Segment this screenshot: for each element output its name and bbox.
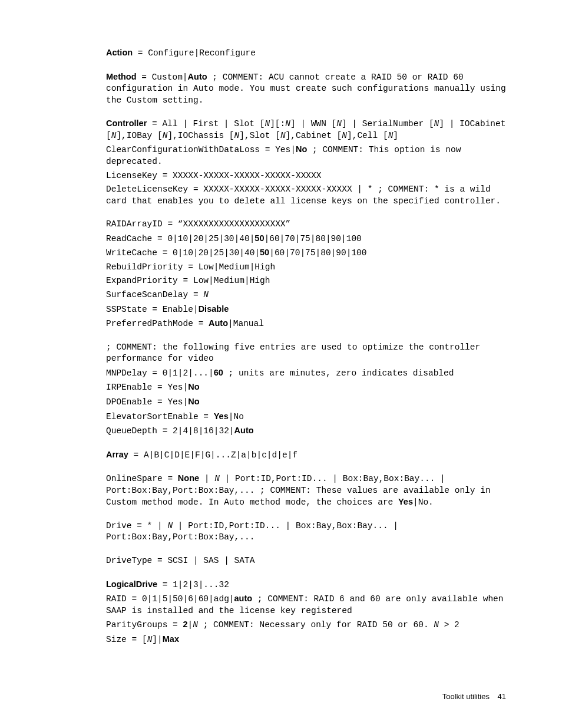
text-token: PreferredPathMode = — [106, 319, 209, 328]
bold-token: 50 — [260, 248, 269, 257]
text-token: = Configure|Reconfigure — [133, 48, 256, 58]
text-token: ElevatorSortEnable = — [106, 412, 214, 421]
bold-token: 2 — [183, 620, 188, 629]
text-token: RAID = 0|1|5|50|6|60|adg| — [106, 594, 234, 604]
italic-token: N — [265, 119, 270, 129]
text-token: DriveType = SCSI | SAS | SATA — [106, 556, 254, 565]
italic-token: N — [203, 290, 209, 299]
text-token: ClearConfigurationWithDataLoss = Yes| — [106, 145, 296, 154]
text-token: RebuildPriority = Low|Medium|High — [106, 262, 275, 272]
bold-token: auto — [234, 594, 253, 603]
config-line: Controller = All | First | Slot [N][:N] … — [106, 118, 506, 141]
document-body: Action = Configure|ReconfigureMethod = C… — [106, 47, 506, 645]
bold-token: Disable — [199, 304, 229, 314]
text-token: ][: — [270, 119, 285, 129]
text-token: SurfaceScanDelay = — [106, 290, 203, 299]
page-footer: Toolkit utilities 41 — [442, 691, 506, 702]
text-token: |No. — [413, 498, 434, 507]
config-line: SSPState = Enable|Disable — [106, 304, 506, 316]
text-token: ExpandPriority = Low|Medium|High — [106, 276, 270, 285]
italic-token: N — [434, 620, 439, 630]
config-line: ClearConfigurationWithDataLoss = Yes|No … — [106, 144, 506, 167]
bold-token: Max — [163, 634, 179, 644]
footer-label: Toolkit utilities — [442, 692, 490, 701]
text-token: QueueDepth = 2|4|8|16|32| — [106, 426, 234, 436]
bold-token: Action — [106, 48, 133, 57]
text-token: Drive = * | — [106, 521, 167, 531]
text-token: ],IOBay [ — [116, 131, 162, 140]
config-line: ReadCache = 0|10|20|25|30|40|50|60|70|75… — [106, 233, 506, 245]
italic-token: N — [342, 131, 347, 140]
bold-token: None — [178, 473, 199, 483]
italic-token: N — [280, 131, 286, 140]
text-token: ]| — [152, 635, 162, 644]
footer-page-number: 41 — [498, 692, 506, 701]
text-token: DPOEnable = Yes| — [106, 397, 188, 407]
text-token: ReadCache = 0|10|20|25|30|40| — [106, 234, 254, 243]
config-line: SurfaceScanDelay = N — [106, 289, 506, 301]
bold-token: Yes — [398, 497, 413, 506]
bold-token: No — [188, 382, 199, 391]
text-token: IRPEnable = Yes| — [106, 383, 188, 392]
config-line: DeleteLicenseKey = XXXXX-XXXXX-XXXXX-XXX… — [106, 184, 506, 207]
italic-token: N — [214, 474, 220, 483]
config-line: LogicalDrive = 1|2|3|...32 — [106, 579, 506, 591]
italic-token: N — [285, 119, 290, 129]
text-token: ],Cell [ — [347, 131, 388, 140]
config-line: PreferredPathMode = Auto|Manual — [106, 318, 506, 330]
config-line: ParityGroups = 2|N ; COMMENT: Necessary … — [106, 619, 506, 631]
bold-token: LogicalDrive — [106, 579, 157, 589]
text-token: WriteCache = 0|10|20|25|30|40| — [106, 248, 260, 258]
text-token: ],Slot [ — [239, 131, 280, 140]
config-line: Drive = * | N | Port:ID,Port:ID... | Box… — [106, 521, 506, 543]
bold-token: No — [296, 144, 307, 154]
text-token: |Manual — [228, 319, 264, 328]
text-token: = Custom| — [137, 73, 188, 82]
config-line: ExpandPriority = Low|Medium|High — [106, 275, 506, 287]
text-token: OnlineSpare = — [106, 474, 178, 483]
config-line: IRPEnable = Yes|No — [106, 381, 506, 394]
config-line: Action = Configure|Reconfigure — [106, 47, 506, 60]
config-line: LicenseKey = XXXXX-XXXXX-XXXXX-XXXXX-XXX… — [106, 170, 506, 182]
bold-token: No — [188, 397, 199, 406]
text-token: |60|70|75|80|90|100 — [269, 248, 366, 258]
text-token: ] — [393, 131, 398, 140]
text-token: ],IOChassis [ — [167, 131, 234, 140]
italic-token: N — [193, 620, 198, 630]
bold-token: Auto — [209, 318, 228, 328]
text-token: RAIDArrayID = “XXXXXXXXXXXXXXXXXXXX” — [106, 219, 290, 229]
text-token: | — [188, 620, 193, 630]
text-token: MNPDelay = 0|1|2|...| — [106, 368, 214, 378]
text-token: ParityGroups = — [106, 620, 183, 630]
text-token: LicenseKey = XXXXX-XXXXX-XXXXX-XXXXX-XXX… — [106, 171, 321, 180]
config-line: Array = A|B|C|D|E|F|G|...Z|a|b|c|d|e|f — [106, 449, 506, 462]
bold-token: Yes — [214, 411, 229, 421]
text-token: SSPState = Enable| — [106, 305, 199, 314]
italic-token: N — [234, 131, 240, 140]
bold-token: Method — [106, 72, 137, 81]
config-line: OnlineSpare = None | N | Port:ID,Port:ID… — [106, 473, 506, 509]
text-token: ; units are minutes, zero indicates disa… — [223, 368, 454, 378]
config-line: Method = Custom|Auto ; COMMENT: ACU cann… — [106, 71, 506, 107]
text-token: > 2 — [439, 620, 459, 630]
text-token: = All | First | Slot [ — [147, 119, 265, 129]
config-line: MNPDelay = 0|1|2|...|60 ; units are minu… — [106, 367, 506, 380]
bold-token: Auto — [188, 72, 207, 81]
text-token: = 1|2|3|...32 — [157, 580, 229, 589]
text-token: | — [199, 474, 214, 483]
config-line: WriteCache = 0|10|20|25|30|40|50|60|70|7… — [106, 247, 506, 259]
config-line: QueueDepth = 2|4|8|16|32|Auto — [106, 425, 506, 437]
text-token: ; COMMENT: the following five entries ar… — [106, 342, 480, 364]
bold-token: 50 — [254, 233, 264, 243]
bold-token: Array — [106, 450, 128, 459]
config-line: DPOEnable = Yes|No — [106, 396, 506, 409]
bold-token: Auto — [234, 426, 254, 435]
italic-token: N — [434, 119, 439, 129]
config-line: DriveType = SCSI | SAS | SATA — [106, 555, 506, 567]
text-token: DeleteLicenseKey = XXXXX-XXXXX-XXXXX-XXX… — [106, 185, 501, 206]
config-line: Size = [N]|Max — [106, 634, 506, 646]
config-line: RebuildPriority = Low|Medium|High — [106, 262, 506, 274]
config-line: ; COMMENT: the following five entries ar… — [106, 342, 506, 365]
text-token: = A|B|C|D|E|F|G|...Z|a|b|c|d|e|f — [128, 450, 297, 460]
config-line: RAIDArrayID = “XXXXXXXXXXXXXXXXXXXX” — [106, 219, 506, 230]
